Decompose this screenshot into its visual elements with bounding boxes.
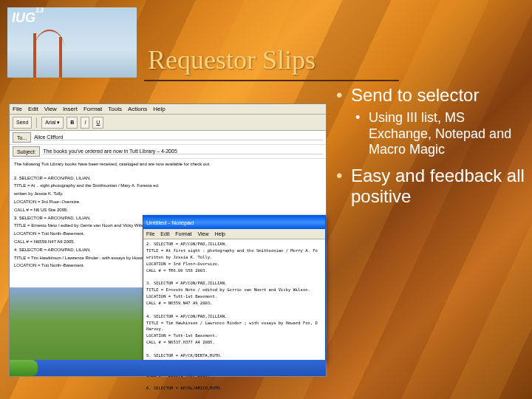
- email-menubar[interactable]: FileEditViewInsertFormatToolsActionsHelp: [10, 104, 326, 115]
- screenshot-composite: FileEditViewInsertFormatToolsActionsHelp…: [9, 103, 327, 377]
- bullet-1: Send to selector: [336, 85, 525, 106]
- logo-text: IUG13: [12, 10, 44, 26]
- title-underline: [144, 80, 399, 81]
- subject-label: Subject:: [13, 146, 40, 157]
- notepad-line: Harvey.: [146, 327, 322, 332]
- menu-item[interactable]: Help: [215, 231, 225, 236]
- send-button[interactable]: Send: [13, 117, 32, 129]
- notepad-line: LOCATION = 3rd Floor–Oversize.: [146, 262, 322, 267]
- to-button[interactable]: To...: [13, 132, 31, 143]
- menu-item[interactable]: Format: [83, 106, 102, 112]
- menu-item[interactable]: Tools: [108, 106, 122, 112]
- notepad-window: Untitled - Notepad FileEditFormatViewHel…: [143, 215, 326, 363]
- subject-value[interactable]: The books you've ordered are now in Tutt…: [43, 149, 323, 154]
- notepad-line: TITLE = Tim Hawkinson / Lawrence Rinder …: [146, 321, 322, 326]
- start-button[interactable]: [10, 360, 38, 376]
- notepad-line: [146, 274, 322, 279]
- notepad-line: CALL # = N6537.H377 A4 2005.: [146, 340, 322, 345]
- notepad-menubar[interactable]: FileEditFormatViewHelp: [143, 229, 325, 239]
- notepad-titlebar[interactable]: Untitled - Notepad: [143, 216, 325, 229]
- format-dropdown[interactable]: Arial ▾: [41, 117, 64, 129]
- conference-logo: IUG13: [7, 7, 137, 78]
- notepad-line: 6. SELECTOR = AP/OL/ARICH,RUTH.: [146, 386, 322, 391]
- notepad-line: written by Jessia K. Tolly.: [146, 255, 322, 260]
- notepad-line: TITLE = At first sight : photography and…: [146, 248, 322, 253]
- email-line: CALL # = N6 US Site 2005.: [14, 208, 321, 214]
- notepad-line: 4. SELECTOR = AP/CON/PAD,JILLIAN.: [146, 314, 322, 319]
- email-line: written by Jessia K. Tolly.: [14, 191, 321, 197]
- notepad-line: [146, 347, 322, 352]
- notepad-line: LOCATION = Tutt-1st Basement.: [146, 294, 322, 299]
- to-value[interactable]: Alice Clifford: [34, 134, 323, 140]
- bold-button[interactable]: B: [66, 117, 78, 129]
- bullet-list: Send to selector Using III list, MS Exch…: [336, 85, 525, 211]
- notepad-line: 3. SELECTOR = AP/CON/PAD,JILLIAN.: [146, 281, 322, 286]
- notepad-line: [146, 379, 322, 384]
- taskbar[interactable]: [10, 360, 326, 376]
- menu-item[interactable]: Edit: [28, 106, 38, 112]
- notepad-line: LOCATION = Tutt-1st Basement.: [146, 333, 322, 338]
- menu-item[interactable]: Insert: [63, 106, 78, 112]
- notepad-line: CALL # = TR6.U6 S58 2003.: [146, 268, 322, 273]
- bullet-2: Easy and feedback all positive: [336, 166, 525, 207]
- slide-title: Requestor Slips: [148, 44, 316, 75]
- notepad-line: 2. SELECTOR = AP/CON/PAD,JILLIAN.: [146, 242, 322, 247]
- menu-item[interactable]: Format: [175, 231, 191, 236]
- email-line: 2. SELECTOR = ARCON/PAD, LILIAN.: [14, 176, 321, 182]
- email-line: TITLE = At .. sight photography and the …: [14, 183, 321, 189]
- italic-button[interactable]: I: [81, 117, 89, 129]
- menu-item[interactable]: Edit: [160, 231, 169, 236]
- bullet-1-1: Using III list, MS Exchange, Notepad and…: [355, 110, 525, 158]
- menu-item[interactable]: View: [44, 106, 57, 112]
- email-window: FileEditViewInsertFormatToolsActionsHelp…: [10, 104, 326, 376]
- menu-item[interactable]: Actions: [128, 106, 147, 112]
- notepad-line: TITLE = Ernesto Neto / edited by Gerrie …: [146, 287, 322, 293]
- underline-button[interactable]: U: [92, 117, 103, 129]
- menu-item[interactable]: Help: [153, 106, 165, 112]
- notepad-line: CALL # = N6559.N47 A9 2003.: [146, 301, 322, 306]
- subject-field-row: Subject: The books you've ordered are no…: [10, 145, 326, 159]
- email-toolbar[interactable]: Send Arial ▾ B I U: [10, 115, 326, 131]
- to-field-row: To... Alice Clifford: [10, 131, 326, 145]
- notepad-line: 5. SELECTOR = AP/CK/BERTA,RUTH.: [146, 353, 322, 358]
- email-line: LOCATION = 3rd Floor–Oversize.: [14, 200, 321, 205]
- notepad-line: [146, 307, 322, 313]
- menu-item[interactable]: View: [198, 231, 209, 236]
- menu-item[interactable]: File: [146, 231, 154, 236]
- menu-item[interactable]: File: [13, 106, 22, 112]
